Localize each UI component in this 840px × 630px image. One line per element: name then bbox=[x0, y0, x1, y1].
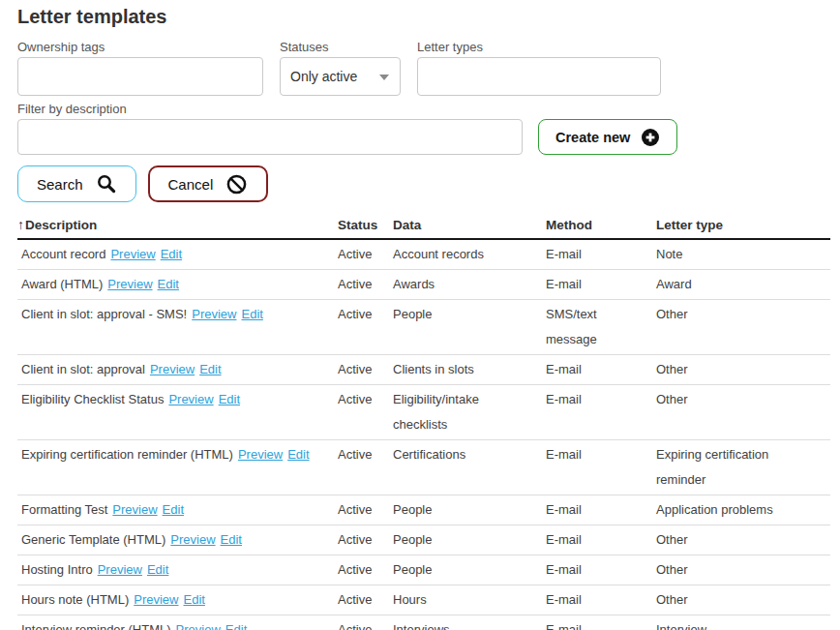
description-text: Hosting Intro bbox=[21, 562, 93, 577]
column-header-method[interactable]: Method bbox=[546, 215, 656, 239]
cell-method: E-mail bbox=[546, 495, 656, 525]
preview-link[interactable]: Preview bbox=[110, 247, 155, 261]
cell-status: Active bbox=[338, 525, 393, 555]
preview-link[interactable]: Preview bbox=[107, 277, 152, 291]
cell-description: Formatting TestPreviewEdit bbox=[17, 495, 338, 525]
edit-link[interactable]: Edit bbox=[163, 502, 184, 517]
cell-data: People bbox=[393, 495, 546, 525]
table-row: Eligibility Checklist StatusPreviewEditA… bbox=[17, 385, 830, 440]
cell-letter-type: Other bbox=[656, 525, 830, 555]
cell-letter-type: Interview bbox=[656, 615, 830, 630]
filter-description-input[interactable] bbox=[17, 119, 523, 155]
preview-link[interactable]: Preview bbox=[134, 592, 178, 607]
cell-data: Eligibility/intake checklists bbox=[393, 385, 546, 440]
prohibition-icon bbox=[225, 173, 248, 195]
plus-circle-icon bbox=[641, 128, 660, 147]
filters-panel: Ownership tags Statuses Only active Lett… bbox=[17, 40, 840, 155]
preview-link[interactable]: Preview bbox=[170, 532, 215, 547]
table-header-row: ↑Description Status Data Method Letter t… bbox=[17, 215, 830, 239]
search-button[interactable]: Search bbox=[17, 165, 136, 202]
edit-link[interactable]: Edit bbox=[221, 532, 242, 547]
column-header-data[interactable]: Data bbox=[393, 215, 546, 239]
cell-description: Client in slot: approval - SMS!PreviewEd… bbox=[17, 300, 338, 355]
edit-link[interactable]: Edit bbox=[161, 247, 182, 261]
table-row: Expiring certification reminder (HTML)Pr… bbox=[17, 440, 830, 495]
edit-link[interactable]: Edit bbox=[225, 622, 247, 630]
preview-link[interactable]: Preview bbox=[112, 502, 157, 517]
edit-link[interactable]: Edit bbox=[241, 307, 262, 321]
statuses-select[interactable]: Only active bbox=[280, 57, 401, 96]
cell-letter-type: Other bbox=[656, 385, 830, 440]
cell-method: E-mail bbox=[546, 355, 656, 385]
edit-link[interactable]: Edit bbox=[199, 362, 221, 376]
cell-letter-type: Other bbox=[656, 355, 830, 385]
table-row: Generic Template (HTML)PreviewEditActive… bbox=[17, 525, 830, 555]
preview-link[interactable]: Preview bbox=[150, 362, 195, 376]
ownership-tags-input[interactable] bbox=[17, 57, 263, 96]
cell-description: Expiring certification reminder (HTML)Pr… bbox=[17, 440, 338, 495]
statuses-field: Statuses Only active bbox=[280, 40, 401, 96]
letter-templates-table: ↑Description Status Data Method Letter t… bbox=[17, 215, 830, 630]
description-text: Generic Template (HTML) bbox=[21, 532, 165, 547]
cell-description: Interview reminder (HTML)PreviewEdit bbox=[17, 615, 338, 630]
letter-types-input[interactable] bbox=[417, 57, 661, 96]
edit-link[interactable]: Edit bbox=[147, 562, 168, 577]
table-row: Formatting TestPreviewEditActivePeopleE-… bbox=[17, 495, 830, 525]
column-header-label: Method bbox=[546, 218, 592, 232]
column-header-label: Letter type bbox=[656, 218, 723, 232]
table-row: Interview reminder (HTML)PreviewEditActi… bbox=[17, 615, 830, 630]
table-row: Award (HTML)PreviewEditActiveAwardsE-mai… bbox=[17, 270, 830, 300]
column-header-status[interactable]: Status bbox=[338, 215, 393, 239]
cell-description: Hosting IntroPreviewEdit bbox=[17, 555, 338, 585]
preview-link[interactable]: Preview bbox=[238, 447, 283, 462]
preview-link[interactable]: Preview bbox=[176, 622, 221, 630]
cell-method: E-mail bbox=[546, 440, 656, 495]
sort-asc-icon: ↑ bbox=[17, 217, 24, 232]
create-new-button[interactable]: Create new bbox=[538, 119, 677, 155]
ownership-tags-field: Ownership tags bbox=[17, 40, 263, 96]
cell-data: Clients in slots bbox=[393, 355, 546, 385]
cell-method: E-mail bbox=[546, 615, 656, 630]
cell-status: Active bbox=[338, 555, 393, 585]
preview-link[interactable]: Preview bbox=[192, 307, 236, 321]
cell-method: E-mail bbox=[546, 585, 656, 615]
description-text: Award (HTML) bbox=[21, 277, 103, 291]
column-header-label: Status bbox=[338, 218, 377, 232]
edit-link[interactable]: Edit bbox=[219, 392, 240, 406]
description-text: Eligibility Checklist Status bbox=[21, 392, 164, 406]
edit-link[interactable]: Edit bbox=[287, 447, 309, 462]
description-text: Account record bbox=[21, 247, 105, 261]
edit-link[interactable]: Edit bbox=[184, 592, 205, 607]
filter-description-label: Filter by description bbox=[17, 102, 523, 116]
filter-description-field: Filter by description bbox=[17, 102, 523, 155]
edit-link[interactable]: Edit bbox=[158, 277, 179, 291]
cell-status: Active bbox=[338, 585, 393, 615]
table-body: Account recordPreviewEditActiveAccount r… bbox=[17, 239, 830, 630]
description-text: Interview reminder (HTML) bbox=[21, 622, 171, 630]
column-header-letter-type[interactable]: Letter type bbox=[656, 215, 830, 239]
cancel-button[interactable]: Cancel bbox=[148, 165, 269, 202]
cell-description: Client in slot: approvalPreviewEdit bbox=[17, 355, 338, 385]
cell-letter-type: Other bbox=[656, 585, 830, 615]
statuses-select-wrap: Only active bbox=[280, 57, 401, 96]
search-label: Search bbox=[37, 176, 83, 193]
cell-status: Active bbox=[338, 239, 393, 270]
create-new-label: Create new bbox=[555, 130, 630, 145]
preview-link[interactable]: Preview bbox=[168, 392, 213, 406]
cell-method: E-mail bbox=[546, 385, 656, 440]
cell-letter-type: Other bbox=[656, 555, 830, 585]
description-text: Client in slot: approval - SMS! bbox=[21, 307, 187, 321]
cell-status: Active bbox=[338, 615, 393, 630]
cell-status: Active bbox=[338, 270, 393, 300]
preview-link[interactable]: Preview bbox=[98, 562, 142, 577]
description-text: Formatting Test bbox=[21, 502, 107, 517]
filter-row-1: Ownership tags Statuses Only active Lett… bbox=[17, 40, 840, 96]
column-header-description[interactable]: ↑Description bbox=[17, 215, 338, 239]
page-title: Letter templates bbox=[17, 6, 840, 28]
magnifier-icon bbox=[96, 173, 117, 195]
cell-data: People bbox=[393, 555, 546, 585]
action-button-row: Search Cancel bbox=[17, 165, 840, 202]
cell-letter-type: Award bbox=[656, 270, 830, 300]
cell-method: SMS/text message bbox=[546, 300, 656, 355]
letter-types-label: Letter types bbox=[417, 40, 661, 54]
